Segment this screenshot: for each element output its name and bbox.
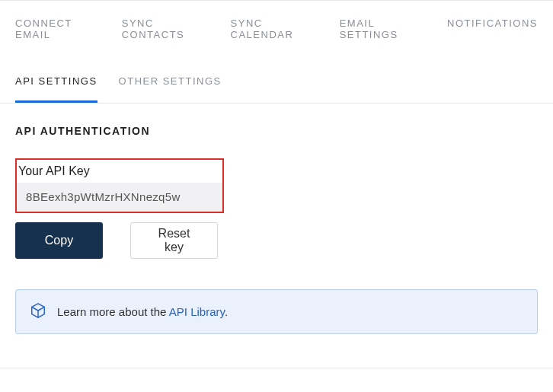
sub-nav: API SETTINGS OTHER SETTINGS	[0, 54, 553, 104]
tab-api-settings[interactable]: API SETTINGS	[15, 75, 97, 103]
nav-sync-calendar[interactable]: SYNC CALENDAR	[231, 18, 317, 40]
nav-email-settings[interactable]: EMAIL SETTINGS	[340, 18, 424, 40]
info-text: Learn more about the API Library.	[57, 305, 228, 318]
api-key-label: Your API Key	[17, 160, 222, 183]
copy-button[interactable]: Copy	[15, 222, 103, 259]
content: API AUTHENTICATION Your API Key 8BEexh3p…	[0, 104, 553, 349]
package-icon	[30, 302, 46, 321]
reset-key-button[interactable]: Reset key	[130, 222, 218, 259]
top-nav: CONNECT EMAIL SYNC CONTACTS SYNC CALENDA…	[0, 1, 553, 54]
api-key-box: Your API Key 8BEexh3pWtMzrHXNnezq5w	[15, 158, 224, 213]
button-row: Copy Reset key	[15, 222, 538, 259]
tab-other-settings[interactable]: OTHER SETTINGS	[119, 75, 222, 103]
api-key-value-wrap: 8BEexh3pWtMzrHXNnezq5w	[17, 183, 222, 212]
info-suffix: .	[225, 305, 228, 318]
api-key-value: 8BEexh3pWtMzrHXNnezq5w	[26, 190, 181, 203]
info-banner: Learn more about the API Library.	[15, 289, 538, 334]
api-library-link[interactable]: API Library	[169, 305, 225, 318]
section-title: API AUTHENTICATION	[15, 125, 538, 137]
info-prefix: Learn more about the	[57, 305, 169, 318]
nav-notifications[interactable]: NOTIFICATIONS	[447, 18, 538, 40]
nav-connect-email[interactable]: CONNECT EMAIL	[15, 18, 99, 40]
nav-sync-contacts[interactable]: SYNC CONTACTS	[122, 18, 208, 40]
